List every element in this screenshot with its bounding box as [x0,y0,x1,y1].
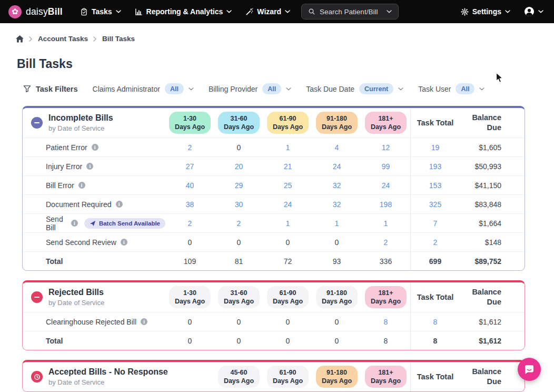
nav-account[interactable] [524,6,543,17]
task-count-link[interactable]: 24 [361,181,410,190]
age-column-pill: 181+ Days Ago [361,112,410,134]
home-icon[interactable] [16,35,24,43]
task-count-link[interactable]: 24 [263,200,312,209]
task-total-link[interactable]: 153 [429,181,441,190]
balance-due-value: $83,848 [460,200,525,209]
filter-billing-provider[interactable]: Billing Provider All [209,83,291,94]
task-count-link[interactable]: 12 [361,143,410,152]
task-count-link[interactable]: 30 [214,200,263,209]
task-count-link[interactable]: 29 [214,181,263,190]
task-type-label: Bill Error i [23,181,165,190]
task-count-link[interactable]: 99 [361,162,410,171]
brand-logo[interactable]: ✿ daisyBill [8,5,63,18]
task-count-link[interactable]: 1 [263,143,312,152]
chevron-down-icon [505,10,510,13]
section-title: Accepted Bills - No Response [48,367,168,377]
minus-circle-icon [31,291,43,303]
table-row: Send Second Review i 00002 2 $148 [23,232,525,251]
task-count-link[interactable]: 21 [263,162,312,171]
task-count-link[interactable]: 38 [165,200,214,209]
nav-settings[interactable]: Settings [461,7,510,16]
task-total-header: Task Total [410,108,460,138]
filter-claims-administrator[interactable]: Claims Administrator All [93,83,194,94]
age-column-pill: 91-180 Days Ago [312,286,361,309]
age-column-pill: 1-30 Days Ago [165,112,214,134]
balance-due-header: Balance Due [460,113,525,133]
chat-launcher-button[interactable] [518,358,541,381]
task-total-link[interactable]: 325 [429,200,441,209]
daisy-flower-icon: ✿ [8,5,22,18]
age-column-pill: 31-60 Days Ago [214,286,263,309]
info-icon[interactable]: i [86,163,93,170]
total-count: 0 [263,337,312,345]
balance-due-value: $1,605 [460,143,525,152]
table-header-row: Accepted Bills - No Response by Date of … [23,362,525,391]
batch-send-badge: Batch Send Available [84,218,165,229]
task-total-header: Task Total [410,362,460,391]
balance-due-value: $41,150 [460,181,525,190]
info-icon[interactable]: i [92,144,98,151]
task-total-link[interactable]: 19 [431,143,440,152]
filter-task-user[interactable]: Task User All [418,83,484,94]
task-count: 0 [214,238,263,247]
task-count-link[interactable]: 2 [361,238,410,247]
task-total-link[interactable]: 8 [433,318,438,326]
total-balance-due: $1,612 [460,337,525,345]
nav-tasks[interactable]: Tasks [80,7,121,16]
task-type-label: Send Bill i Batch Send Available [23,215,165,232]
search-patient-bill-input[interactable]: Search Patient/Bill [301,4,399,19]
task-tables: Incomplete Bills by Date of Service 1-30… [22,106,525,392]
total-label: Total [23,337,165,345]
info-icon[interactable]: i [141,318,147,325]
breadcrumb-separator [93,36,97,42]
task-count-link[interactable]: 2 [165,219,214,228]
breadcrumb-account-tasks[interactable]: Account Tasks [38,35,88,43]
task-total-cell: 193 [410,157,460,175]
task-total-cell: 153 [410,176,460,194]
task-count-link[interactable]: 25 [263,181,312,190]
task-count: 0 [312,238,361,247]
task-count-link[interactable]: 2 [165,143,214,152]
task-total-link[interactable]: 193 [429,162,441,171]
info-icon[interactable]: i [116,201,123,208]
minus-circle-icon [31,117,43,129]
accepted-bills-no-response-card: Accepted Bills - No Response by Date of … [22,360,525,392]
table-row: Patient Error i 201412 19 $1,605 [23,138,525,156]
task-filters-button[interactable]: Task Filters [23,85,78,93]
info-icon[interactable]: i [121,239,127,246]
table-header-row: Rejected Bills by Date of Service 1-30 D… [23,282,525,312]
task-count-link[interactable]: 40 [165,181,214,190]
rejected-bills-card: Rejected Bills by Date of Service 1-30 D… [22,280,525,350]
task-count-link[interactable]: 1 [361,219,410,228]
task-count-link[interactable]: 32 [312,200,361,209]
task-count-link[interactable]: 20 [214,162,263,171]
task-total-link[interactable]: 2 [433,238,438,247]
task-count-link[interactable]: 1 [312,219,361,228]
task-type-label: Send Second Review i [23,238,165,247]
chat-bubble-icon [523,364,535,375]
task-count-link[interactable]: 24 [312,162,361,171]
task-count-link[interactable]: 27 [165,162,214,171]
info-icon[interactable]: i [71,220,78,227]
task-count-link[interactable]: 4 [312,143,361,152]
task-total-link[interactable]: 7 [433,219,438,228]
task-count-link[interactable]: 2 [214,219,263,228]
breadcrumb-separator [29,36,33,42]
nav-reporting-analytics[interactable]: Reporting & Analytics [135,7,232,16]
filter-task-due-date[interactable]: Task Due Date Current [306,83,403,94]
task-count: 0 [263,238,312,247]
age-column-pill: 61-90 Days Ago [263,366,312,388]
task-count-link[interactable]: 198 [361,200,410,209]
table-row: Send Bill i Batch Send Available 22111 7… [23,213,525,232]
task-count-link[interactable]: 1 [263,219,312,228]
nav-wizard[interactable]: Wizard [245,7,290,16]
table-row: Document Required i 38302432198 325 $83,… [23,194,525,213]
info-icon[interactable]: i [78,182,85,189]
filter-value-badge: All [262,83,281,94]
task-count-link[interactable]: 8 [361,318,410,326]
total-task-total: 8 [410,331,460,350]
task-count-link[interactable]: 32 [312,181,361,190]
task-count: 0 [263,318,312,326]
balance-due-value: $1,664 [460,219,525,228]
total-count: 0 [165,337,214,345]
